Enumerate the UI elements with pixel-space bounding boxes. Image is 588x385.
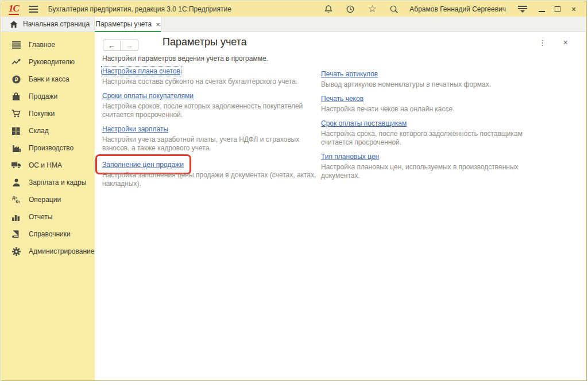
book-icon bbox=[11, 230, 21, 239]
history-icon[interactable] bbox=[343, 3, 358, 15]
maximize-icon[interactable] bbox=[550, 3, 566, 15]
link-pechat-artikulov[interactable]: Печать артикулов bbox=[321, 70, 378, 78]
sidebar-item-sklad[interactable]: Склад bbox=[1, 122, 95, 139]
link-zapolnenie-cen-prodazhi[interactable]: Заполнение цен продажи bbox=[102, 161, 184, 169]
current-user[interactable]: Абрамов Геннадий Сергеевич bbox=[409, 5, 506, 13]
factory-icon bbox=[11, 143, 21, 153]
link-nastroyka-plana-schetov[interactable]: Настройка плана счетов bbox=[102, 67, 180, 75]
truck-icon bbox=[11, 161, 21, 170]
tab-close-icon[interactable]: × bbox=[156, 21, 160, 28]
home-icon bbox=[10, 21, 18, 28]
link-description: Настройка заполнения цены продажи в доку… bbox=[102, 171, 321, 188]
sidebar-item-bank-i-kassa[interactable]: ₽ Банк и касса bbox=[1, 71, 95, 88]
gear-icon bbox=[11, 247, 21, 256]
search-icon[interactable] bbox=[386, 3, 401, 15]
minimize-icon[interactable] bbox=[533, 3, 550, 15]
tab-parametry-ucheta[interactable]: Параметры учета × bbox=[95, 17, 161, 32]
1c-logo-icon: 1С bbox=[9, 3, 19, 15]
settings-column-right: Печать артикулов Вывод артикулов номенкл… bbox=[321, 68, 551, 192]
debit-credit-icon: ДтКт bbox=[11, 195, 21, 204]
history-nav-buttons: ← → bbox=[103, 40, 138, 51]
link-description: Настройка печати чеков на онлайн кассе. bbox=[321, 105, 551, 114]
close-icon[interactable]: × bbox=[566, 3, 582, 15]
link-sroki-oplaty-pokupatelyami[interactable]: Сроки оплаты покупателями bbox=[102, 92, 194, 100]
more-menu-icon[interactable]: ⋮ bbox=[539, 39, 546, 46]
screen: 1С Бухгалтерия предприятия, редакция 3.0… bbox=[0, 0, 588, 385]
tab-bar: Начальная страница Параметры учета × bbox=[1, 17, 586, 32]
svg-text:₽: ₽ bbox=[14, 76, 18, 82]
link-description: Настройка срока, после которого задолжен… bbox=[321, 130, 551, 147]
sidebar-item-spravochniki[interactable]: Справочники bbox=[1, 225, 95, 243]
sidebar: Главное Руководителю ₽ Банк и касса Прод… bbox=[1, 32, 95, 380]
settings-columns: Настройка плана счетов Настройка состава… bbox=[102, 65, 551, 192]
person-icon bbox=[11, 178, 21, 187]
setting-entry: Печать артикулов Вывод артикулов номенкл… bbox=[321, 68, 551, 89]
link-description: Настройка плановых цен, используемых в п… bbox=[321, 163, 551, 180]
link-tip-planovyh-cen[interactable]: Тип плановых цен bbox=[321, 153, 379, 161]
bars-icon bbox=[11, 40, 21, 49]
sidebar-item-rukovoditelyu[interactable]: Руководителю bbox=[1, 53, 95, 71]
shopping-cart-icon bbox=[11, 109, 21, 118]
warehouse-grid-icon bbox=[11, 126, 21, 135]
sidebar-item-proizvodstvo[interactable]: Производство bbox=[1, 139, 95, 157]
sidebar-item-zarplata-i-kadry[interactable]: Зарплата и кадры bbox=[1, 174, 95, 191]
sidebar-item-glavnoe[interactable]: Главное bbox=[1, 36, 95, 53]
notifications-bell-icon[interactable] bbox=[321, 3, 336, 15]
setting-entry: Заполнение цен продажи Настройка заполне… bbox=[102, 157, 321, 188]
page-intro: Настройки параметров ведения учета в про… bbox=[102, 55, 268, 63]
service-menu-icon[interactable] bbox=[515, 3, 530, 15]
window-controls: × bbox=[533, 3, 582, 15]
sidebar-item-pokupki[interactable]: Покупки bbox=[1, 105, 95, 122]
link-description: Настройка сроков, после которых задолжен… bbox=[102, 102, 321, 119]
app-window: 1С Бухгалтерия предприятия, редакция 3.0… bbox=[1, 1, 587, 381]
content-area: ← → Параметры учета ⋮ × Настройки параме… bbox=[95, 32, 586, 380]
setting-entry: Настройка плана счетов Настройка состава… bbox=[102, 65, 321, 86]
form-close-icon[interactable]: × bbox=[563, 38, 568, 46]
sidebar-item-operacii[interactable]: ДтКт Операции bbox=[1, 191, 95, 208]
sidebar-item-otchety[interactable]: Отчеты bbox=[1, 208, 95, 225]
setting-entry: Настройки зарплаты Настройки учета зараб… bbox=[102, 123, 321, 153]
ruble-circle-icon: ₽ bbox=[11, 75, 21, 84]
shopping-bag-icon bbox=[11, 92, 21, 101]
link-description: Вывод артикулов номенклатуры в печатных … bbox=[321, 80, 551, 89]
link-description: Настройка состава субконто на счетах бух… bbox=[102, 77, 321, 86]
back-button[interactable]: ← bbox=[103, 40, 121, 50]
link-pechat-chekov[interactable]: Печать чеков bbox=[321, 95, 363, 103]
page-title: Параметры учета bbox=[163, 36, 247, 48]
title-bar: 1С Бухгалтерия предприятия, редакция 3.0… bbox=[1, 1, 586, 17]
sidebar-item-os-i-nma[interactable]: ОС и НМА bbox=[1, 157, 95, 174]
sidebar-item-prodazhi[interactable]: Продажи bbox=[1, 88, 95, 105]
link-srok-oplaty-postavshchikam[interactable]: Срок оплаты поставщикам bbox=[321, 119, 407, 127]
setting-entry: Срок оплаты поставщикам Настройка срока,… bbox=[321, 118, 551, 147]
setting-entry: Печать чеков Настройка печати чеков на о… bbox=[321, 93, 551, 114]
setting-entry: Сроки оплаты покупателями Настройка срок… bbox=[102, 90, 321, 119]
trend-chart-icon bbox=[11, 57, 21, 67]
content-header: ← → Параметры учета ⋮ × bbox=[95, 32, 586, 54]
sidebar-item-administrirovanie[interactable]: Администрирование bbox=[1, 243, 95, 260]
bar-chart-icon bbox=[11, 212, 21, 221]
setting-entry: Тип плановых цен Настройка плановых цен,… bbox=[321, 151, 551, 180]
settings-column-left: Настройка плана счетов Настройка состава… bbox=[102, 65, 321, 192]
link-nastroyki-zarplaty[interactable]: Настройки зарплаты bbox=[102, 125, 168, 133]
tab-home-page[interactable]: Начальная страница bbox=[1, 17, 95, 32]
window-title: Бухгалтерия предприятия, редакция 3.0 1С… bbox=[48, 5, 231, 13]
favorites-star-icon[interactable]: ☆ bbox=[365, 3, 380, 15]
forward-button[interactable]: → bbox=[121, 40, 138, 50]
link-description: Настройки учета заработной платы, учета … bbox=[102, 135, 321, 153]
main-menu-icon[interactable] bbox=[29, 6, 38, 13]
